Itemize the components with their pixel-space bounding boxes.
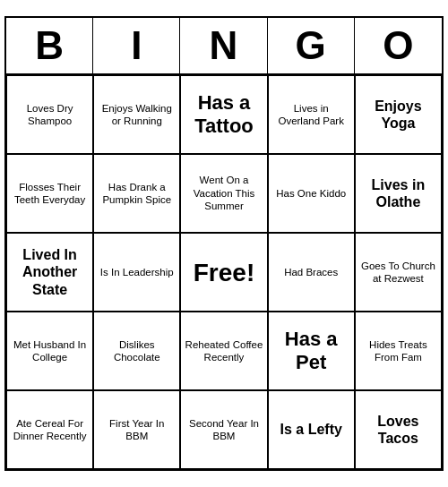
bingo-cell-10: Lived In Another State bbox=[6, 233, 93, 312]
bingo-cell-5: Flosses Their Teeth Everyday bbox=[6, 154, 93, 233]
bingo-cell-23: Is a Lefty bbox=[268, 390, 355, 469]
bingo-cell-15: Met Husband In College bbox=[6, 312, 93, 390]
bingo-cell-24: Loves Tacos bbox=[355, 390, 442, 469]
bingo-cell-9: Lives in Olathe bbox=[355, 154, 442, 233]
bingo-cell-0: Loves Dry Shampoo bbox=[6, 75, 93, 154]
bingo-cell-12: Free! bbox=[180, 233, 267, 312]
bingo-cell-7: Went On a Vacation This Summer bbox=[180, 154, 267, 233]
bingo-cell-11: Is In Leadership bbox=[93, 233, 180, 312]
bingo-grid: Loves Dry ShampooEnjoys Walking or Runni… bbox=[6, 75, 442, 469]
bingo-letter-n: N bbox=[180, 18, 267, 73]
bingo-cell-19: Hides Treats From Fam bbox=[355, 312, 442, 390]
bingo-cell-6: Has Drank a Pumpkin Spice bbox=[93, 154, 180, 233]
bingo-cell-17: Reheated Coffee Recently bbox=[180, 312, 267, 390]
bingo-cell-3: Lives in Overland Park bbox=[268, 75, 355, 154]
bingo-cell-18: Has a Pet bbox=[268, 312, 355, 390]
bingo-cell-8: Has One Kiddo bbox=[268, 154, 355, 233]
bingo-cell-2: Has a Tattoo bbox=[180, 75, 267, 154]
bingo-cell-21: First Year In BBM bbox=[93, 390, 180, 469]
bingo-letter-b: B bbox=[6, 18, 93, 73]
bingo-letter-i: I bbox=[93, 18, 180, 73]
bingo-cell-1: Enjoys Walking or Running bbox=[93, 75, 180, 154]
bingo-cell-14: Goes To Church at Rezwest bbox=[355, 233, 442, 312]
bingo-header: BINGO bbox=[6, 18, 442, 75]
bingo-cell-16: Dislikes Chocolate bbox=[93, 312, 180, 390]
bingo-cell-22: Second Year In BBM bbox=[180, 390, 267, 469]
bingo-card: BINGO Loves Dry ShampooEnjoys Walking or… bbox=[4, 16, 444, 471]
bingo-cell-4: Enjoys Yoga bbox=[355, 75, 442, 154]
bingo-cell-13: Had Braces bbox=[268, 233, 355, 312]
bingo-letter-o: O bbox=[355, 18, 442, 73]
bingo-cell-20: Ate Cereal For Dinner Recently bbox=[6, 390, 93, 469]
bingo-letter-g: G bbox=[268, 18, 355, 73]
